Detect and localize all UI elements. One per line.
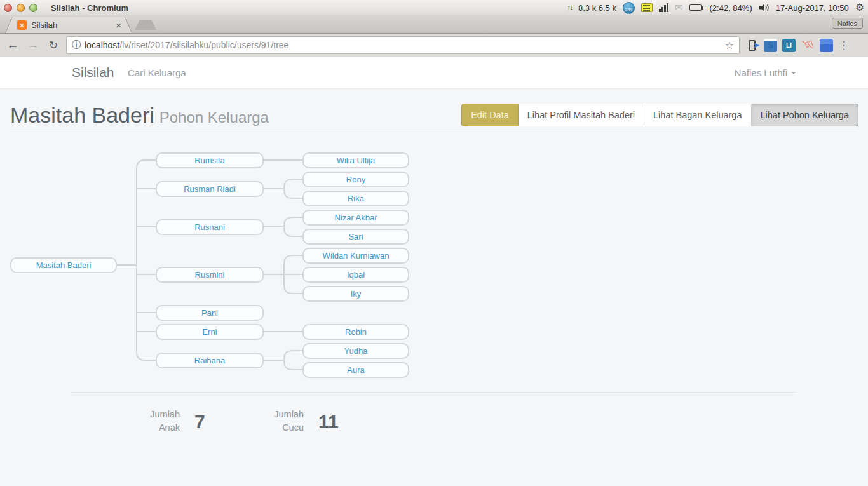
page-info-icon[interactable]: ⓘ xyxy=(72,39,81,51)
tree-node-grandchild[interactable]: Rony xyxy=(302,172,409,187)
browser-tab-strip: X Silsilah × Nafies xyxy=(0,15,868,33)
volume-icon[interactable] xyxy=(759,3,770,12)
stat-anak-label: JumlahAnak xyxy=(129,408,180,435)
window-maximize-button[interactable] xyxy=(29,4,37,12)
stat-cucu-value: 11 xyxy=(318,411,339,433)
user-dropdown-label: Nafies Luthfi xyxy=(735,67,787,78)
screen: Silsilah - Chromium ↑↓ 8,3 k 6,5 k 289 ✉… xyxy=(0,0,868,486)
s-extension-icon[interactable]: S xyxy=(764,39,777,52)
lihat-pohon-button[interactable]: Lihat Pohon Keluarga xyxy=(752,104,858,126)
tree-node-child[interactable]: Erni xyxy=(156,324,264,340)
url-host: localhost xyxy=(85,40,119,50)
stat-anak-value: 7 xyxy=(194,411,205,433)
url-text: localhost/lv/riset/2017/silsilahku/publi… xyxy=(85,40,288,50)
signal-strength-icon[interactable] xyxy=(659,3,668,12)
tree-node-grandchild[interactable]: Iky xyxy=(302,286,409,302)
tree-node-grandchild[interactable]: Aura xyxy=(302,362,409,378)
browser-profile-button[interactable]: Nafies xyxy=(832,18,863,29)
browser-menu-icon[interactable]: ⋮ xyxy=(838,39,850,52)
page-content: Silsilah Cari Keluarga Nafies Luthfi Mas… xyxy=(0,57,868,486)
indicator-badge-icon[interactable]: 289 xyxy=(623,2,635,14)
network-updown-icon[interactable]: ↑↓ xyxy=(567,3,572,12)
mail-icon[interactable]: ✉ xyxy=(675,2,683,13)
tree-node-grandchild[interactable]: Sari xyxy=(302,229,409,245)
stat-cucu-label: JumlahCucu xyxy=(253,408,304,435)
action-button-group: Edit Data Lihat Profil Masitah Baderi Li… xyxy=(461,104,858,126)
lihat-bagan-button[interactable]: Lihat Bagan Keluarga xyxy=(644,104,751,126)
laravel-extension-icon[interactable] xyxy=(801,38,815,52)
tree-node-child[interactable]: Rusnani xyxy=(156,219,264,235)
clock-label[interactable]: 17-Aug-2017, 10:50 xyxy=(776,3,849,13)
brand-link[interactable]: Silsilah xyxy=(72,65,114,80)
url-path: /lv/riset/2017/silsilahku/public/users/9… xyxy=(119,40,288,50)
li-extension-icon[interactable]: LI xyxy=(782,39,796,52)
window-close-button[interactable] xyxy=(4,4,12,12)
task-list-icon[interactable] xyxy=(641,3,653,12)
page-subtitle: Pohon Keluarga xyxy=(159,109,269,126)
window-title: Silsilah - Chromium xyxy=(51,3,128,13)
tab-title: Silsilah xyxy=(31,20,111,30)
tab-close-icon[interactable]: × xyxy=(116,20,121,30)
site-navbar: Silsilah Cari Keluarga Nafies Luthfi xyxy=(0,57,868,89)
forward-icon[interactable]: → xyxy=(25,38,41,52)
nav-cari-keluarga-link[interactable]: Cari Keluarga xyxy=(128,67,186,78)
user-dropdown[interactable]: Nafies Luthfi xyxy=(735,67,796,78)
blue-box-extension-icon[interactable] xyxy=(820,39,833,52)
tree-node-grandchild[interactable]: Yudha xyxy=(302,343,409,359)
battery-icon[interactable] xyxy=(689,4,703,11)
tree-node-grandchild[interactable]: Wilia Ulfija xyxy=(302,152,409,168)
tree-node-grandchild[interactable]: Nizar Akbar xyxy=(302,210,409,226)
browser-toolbar: ← → ↻ ⓘ localhost/lv/riset/2017/silsilah… xyxy=(0,33,868,57)
edit-data-button[interactable]: Edit Data xyxy=(461,104,519,126)
person-name: Masitah Baderi xyxy=(10,103,154,127)
browser-tab[interactable]: X Silsilah × xyxy=(5,17,132,33)
new-tab-button[interactable] xyxy=(135,20,156,30)
tree-node-grandchild[interactable]: Robin xyxy=(302,324,409,340)
network-speed-label: 8,3 k 6,5 k xyxy=(578,3,616,13)
back-icon[interactable]: ← xyxy=(5,38,20,52)
pushbullet-extension-icon[interactable]: ➤ xyxy=(745,38,759,52)
window-minimize-button[interactable] xyxy=(17,4,25,12)
tree-node-child[interactable]: Raihana xyxy=(156,353,264,368)
battery-label: (2:42, 84%) xyxy=(710,3,752,13)
tab-favicon-xampp-icon: X xyxy=(17,20,27,30)
tree-node-grandchild[interactable]: Rika xyxy=(302,191,409,206)
tree-node-child[interactable]: Rusman Riadi xyxy=(156,181,264,197)
tree-node-child[interactable]: Rusmini xyxy=(156,267,264,283)
stats-divider xyxy=(72,392,796,393)
lihat-profil-button[interactable]: Lihat Profil Masitah Baderi xyxy=(519,104,644,126)
ubuntu-top-panel: Silsilah - Chromium ↑↓ 8,3 k 6,5 k 289 ✉… xyxy=(0,0,868,15)
bookmark-star-icon[interactable]: ☆ xyxy=(725,39,734,51)
page-title: Masitah BaderiPohon Keluarga xyxy=(10,103,269,128)
header-divider xyxy=(10,132,858,132)
chevron-down-icon xyxy=(791,72,796,74)
tree-node-root[interactable]: Masitah Baderi xyxy=(10,257,117,273)
tree-node-grandchild[interactable]: Iqbal xyxy=(302,267,409,283)
gear-icon[interactable]: ⚙ xyxy=(855,3,864,13)
tree-node-grandchild[interactable]: Wildan Kurniawan xyxy=(302,248,409,264)
tree-node-child[interactable]: Pani xyxy=(156,305,264,321)
address-bar[interactable]: ⓘ localhost/lv/riset/2017/silsilahku/pub… xyxy=(66,36,740,54)
reload-icon[interactable]: ↻ xyxy=(46,39,61,52)
tree-node-child[interactable]: Rumsita xyxy=(156,152,264,168)
